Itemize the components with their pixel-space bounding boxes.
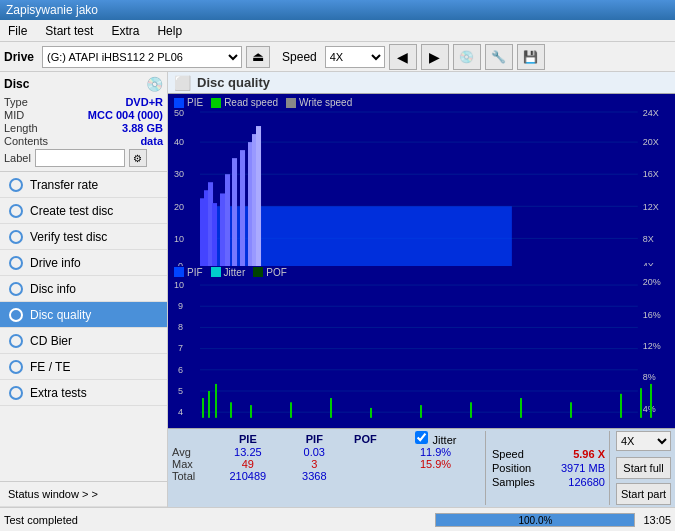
time-display: 13:05 [643,514,671,526]
mid-value: MCC 004 (000) [88,109,163,121]
svg-rect-76 [650,383,652,417]
legend-jitter-label: Jitter [224,267,246,278]
label-input[interactable] [35,149,125,167]
svg-text:12%: 12% [643,340,661,350]
eject-button[interactable]: ⏏ [246,46,270,68]
svg-rect-62 [202,398,204,418]
svg-rect-67 [290,402,292,418]
save-icon-btn[interactable]: 💾 [517,44,545,70]
legend-pof: POF [253,267,287,278]
svg-rect-63 [208,390,210,417]
start-full-button[interactable]: Start full [616,457,671,479]
next-button[interactable]: ▶ [421,44,449,70]
svg-text:20X: 20X [643,137,659,147]
toolbar: Drive (G:) ATAPI iHBS112 2 PL06 ⏏ Speed … [0,42,675,72]
label-settings-button[interactable]: ⚙ [129,149,147,167]
stats-header-pie: PIE [208,431,288,446]
speed-select[interactable]: 4X1X2X8XMAX [325,46,385,68]
sidebar-nav: Transfer rate Create test disc Verify te… [0,172,167,481]
length-value: 3.88 GB [122,122,163,134]
label-label: Label [4,152,31,164]
stats-total-pof [341,470,390,482]
stats-max-pie: 49 [208,458,288,470]
disc-info-icon [8,281,24,297]
menubar: File Start test Extra Help [0,20,675,42]
sidebar-item-cd-bier[interactable]: CD Bier [0,328,167,354]
test-speed-select[interactable]: 4X1X2X8X [616,431,671,451]
svg-rect-69 [370,407,372,417]
svg-rect-72 [520,398,522,418]
menu-start-test[interactable]: Start test [41,22,97,40]
sidebar-item-transfer-rate[interactable]: Transfer rate [0,172,167,198]
speed-stat-label: Speed [492,448,524,460]
titlebar: Zapisywanie jako [0,0,675,20]
disc-icon: 💿 [146,76,163,92]
create-test-disc-icon [8,203,24,219]
cd-bier-icon [8,333,24,349]
status-window-label: Status window > > [8,488,98,500]
sidebar-item-verify-test-disc[interactable]: Verify test disc [0,224,167,250]
stats-section: PIE PIF POF Jitter Avg 13.25 [172,431,481,505]
svg-rect-26 [232,158,237,269]
svg-rect-66 [250,405,252,418]
stats-row-avg-label: Avg [172,446,208,458]
svg-text:20: 20 [174,202,184,212]
fe-te-icon [8,359,24,375]
sidebar-item-fe-te[interactable]: FE / TE [0,354,167,380]
chart1-svg: 50 40 30 20 10 0 24X 20X 16X 12X 8X 4X [170,110,673,271]
legend-jitter: Jitter [211,267,246,278]
legend-read-speed-label: Read speed [224,97,278,108]
svg-text:10: 10 [174,279,184,289]
svg-text:7: 7 [178,343,183,353]
sidebar-item-disc-info[interactable]: Disc info [0,276,167,302]
sidebar-item-extra-tests[interactable]: Extra tests [0,380,167,406]
svg-rect-27 [240,150,245,269]
svg-rect-19 [200,206,512,269]
sidebar-item-create-test-disc[interactable]: Create test disc [0,198,167,224]
sidebar-label-disc-quality: Disc quality [30,308,91,322]
legend-write-speed: Write speed [286,97,352,108]
status-window-button[interactable]: Status window > > [0,481,167,507]
speed-info-panel: Speed 5.96 X Position 3971 MB Samples 12… [485,431,605,505]
jitter-checkbox[interactable] [415,431,428,444]
stats-total-jitter [390,470,481,482]
start-part-button[interactable]: Start part [616,483,671,505]
stats-max-pof [341,458,390,470]
sidebar-label-verify-test-disc: Verify test disc [30,230,107,244]
contents-label: Contents [4,135,48,147]
sidebar-item-drive-info[interactable]: Drive info [0,250,167,276]
svg-text:10: 10 [174,234,184,244]
svg-rect-23 [212,203,217,269]
disc-quality-icon [8,307,24,323]
action-panel: 4X1X2X8X Start full Start part [609,431,671,505]
content-header: ⬜ Disc quality [168,72,675,94]
disc-icon-btn[interactable]: 💿 [453,44,481,70]
titlebar-text: Zapisywanie jako [6,3,98,17]
stats-avg-jitter: 11.9% [390,446,481,458]
svg-text:16%: 16% [643,309,661,319]
prev-button[interactable]: ◀ [389,44,417,70]
stats-max-pif: 3 [288,458,341,470]
speed-label: Speed [282,50,317,64]
type-value: DVD+R [125,96,163,108]
status-text: Test completed [4,514,427,526]
menu-help[interactable]: Help [153,22,186,40]
svg-text:20%: 20% [643,278,661,287]
sidebar-label-drive-info: Drive info [30,256,81,270]
stats-avg-pie: 13.25 [208,446,288,458]
svg-text:5: 5 [178,385,183,395]
sidebar-label-transfer-rate: Transfer rate [30,178,98,192]
legend-pif-label: PIF [187,267,203,278]
stats-total-pie: 210489 [208,470,288,482]
sidebar-item-disc-quality[interactable]: Disc quality [0,302,167,328]
position-value: 3971 MB [561,462,605,474]
disc-section-title: Disc [4,77,29,91]
svg-text:4%: 4% [643,404,656,414]
type-label: Type [4,96,28,108]
menu-file[interactable]: File [4,22,31,40]
drive-select[interactable]: (G:) ATAPI iHBS112 2 PL06 [42,46,242,68]
tools-icon-btn[interactable]: 🔧 [485,44,513,70]
menu-extra[interactable]: Extra [107,22,143,40]
svg-rect-68 [330,398,332,418]
stats-total-pif: 3368 [288,470,341,482]
